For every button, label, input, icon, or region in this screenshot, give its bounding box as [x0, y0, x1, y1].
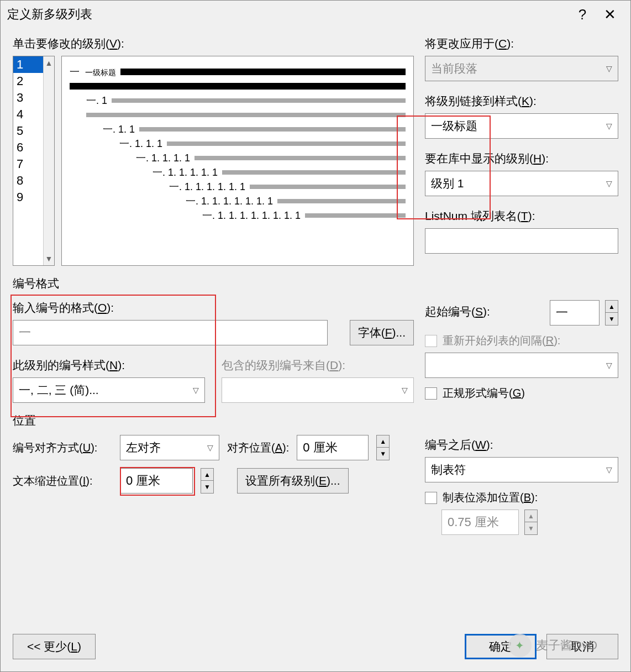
- level-item-4[interactable]: 4: [13, 106, 43, 123]
- restart-combo: ▽: [425, 353, 618, 378]
- position-section-label: 位置: [13, 413, 618, 428]
- spin-up-icon[interactable]: ▲: [606, 301, 618, 313]
- text-indent-input[interactable]: 0 厘米: [120, 468, 193, 494]
- level-scrollbar[interactable]: ▲ ▼: [43, 56, 54, 265]
- restart-checkbox: [425, 335, 437, 347]
- set-all-levels-button[interactable]: 设置所有级别(E)...: [237, 468, 349, 494]
- preview-line: 一. 1. 1: [103, 123, 135, 136]
- level-item-3[interactable]: 3: [13, 90, 43, 106]
- less-button[interactable]: << 更少(L): [13, 634, 96, 659]
- alignment-label: 编号对齐方式(U):: [13, 440, 112, 455]
- start-at-spinner[interactable]: ▲▼: [605, 300, 618, 326]
- spin-up-icon: ▲: [525, 510, 537, 522]
- include-from-label: 包含的级别编号来自(D):: [222, 358, 414, 373]
- chevron-down-icon: ▽: [193, 386, 199, 395]
- chevron-down-icon: ▽: [606, 179, 612, 188]
- preview-l1-style: 一级标题: [85, 68, 116, 77]
- listnum-input[interactable]: [425, 228, 618, 254]
- restart-label: 重新开始列表的间隔(R):: [443, 333, 560, 348]
- tabstop-input: 0.75 厘米: [441, 510, 519, 535]
- link-style-label: 将级别链接到样式(K):: [425, 93, 618, 109]
- chevron-down-icon: ▽: [606, 465, 612, 474]
- preview-line: 一. 1. 1. 1. 1. 1: [153, 166, 218, 179]
- start-at-input[interactable]: 一: [550, 300, 600, 326]
- preview-pane: 一 一级标题 一. 1 一. 1. 1 一. 1. 1. 1 一. 1. 1. …: [61, 56, 414, 266]
- start-at-label: 起始编号(S):: [425, 304, 544, 319]
- text-indent-label: 文本缩进位置(I):: [13, 474, 112, 489]
- level-item-8[interactable]: 8: [13, 172, 43, 189]
- number-style-label: 此级别的编号样式(N):: [13, 358, 205, 373]
- spin-down-icon[interactable]: ▼: [606, 313, 618, 325]
- format-input[interactable]: 一: [13, 320, 328, 345]
- include-from-combo: ▽: [222, 377, 414, 403]
- text-indent-spinner[interactable]: ▲▼: [201, 468, 214, 494]
- legal-label: 正规形式编号(G): [443, 386, 525, 401]
- aligned-at-input[interactable]: 0 厘米: [297, 435, 369, 460]
- legal-checkbox[interactable]: [425, 387, 437, 400]
- apply-to-label: 将更改应用于(C):: [425, 36, 618, 51]
- level-item-7[interactable]: 7: [13, 156, 43, 172]
- preview-line: 一. 1: [86, 94, 107, 107]
- aligned-at-label: 对齐位置(A):: [227, 440, 289, 455]
- watermark-icon: ✦: [508, 634, 532, 657]
- show-gallery-label: 要在库中显示的级别(H):: [425, 151, 618, 166]
- listnum-label: ListNum 域列表名(T):: [425, 208, 618, 224]
- chevron-down-icon: ▽: [402, 386, 408, 395]
- spin-up-icon[interactable]: ▲: [201, 469, 213, 481]
- titlebar: 定义新多级列表 ? ✕: [1, 1, 630, 28]
- link-style-combo[interactable]: 一级标题▽: [425, 113, 618, 139]
- chevron-down-icon: ▽: [606, 64, 612, 73]
- show-gallery-combo[interactable]: 级别 1▽: [425, 171, 618, 196]
- apply-to-combo[interactable]: 当前段落▽: [425, 56, 618, 81]
- preview-line: 一. 1. 1. 1. 1. 1. 1: [169, 180, 245, 193]
- level-item-1[interactable]: 1: [13, 56, 43, 73]
- spin-down-icon: ▼: [525, 522, 537, 534]
- help-button[interactable]: ?: [569, 6, 596, 23]
- aligned-at-spinner[interactable]: ▲▼: [376, 435, 390, 460]
- spin-down-icon[interactable]: ▼: [201, 481, 213, 493]
- tabstop-spinner: ▲▼: [524, 510, 538, 535]
- close-button[interactable]: ✕: [596, 6, 624, 23]
- spin-down-icon[interactable]: ▼: [377, 448, 389, 460]
- number-style-combo[interactable]: 一, 二, 三 (简)...▽: [13, 377, 205, 403]
- level-item-6[interactable]: 6: [13, 139, 43, 156]
- scroll-down-icon: ▼: [45, 254, 53, 263]
- tabstop-checkbox[interactable]: [425, 492, 437, 504]
- click-level-label: 单击要修改的级别(V):: [13, 36, 414, 51]
- font-button[interactable]: 字体(F)...: [350, 320, 414, 345]
- level-listbox[interactable]: 1 2 3 4 5 6 7 8 9 ▲ ▼: [13, 56, 55, 266]
- number-format-section-label: 编号格式: [13, 276, 618, 291]
- enter-format-label: 输入编号的格式(O):: [13, 300, 414, 316]
- preview-line: 一. 1. 1. 1: [119, 137, 162, 150]
- level-item-2[interactable]: 2: [13, 73, 43, 90]
- preview-line: 一. 1. 1. 1. 1. 1. 1. 1: [186, 195, 273, 208]
- tabstop-label: 制表位添加位置(B):: [443, 490, 538, 505]
- alignment-combo[interactable]: 左对齐▽: [120, 435, 219, 460]
- watermark-text: 麦子酱OvO: [536, 637, 597, 654]
- chevron-down-icon: ▽: [207, 443, 213, 452]
- watermark: ✦ 麦子酱OvO: [508, 634, 597, 657]
- level-item-9[interactable]: 9: [13, 189, 43, 206]
- chevron-down-icon: ▽: [606, 361, 612, 370]
- follow-number-label: 编号之后(W):: [425, 437, 618, 453]
- chevron-down-icon: ▽: [606, 122, 612, 130]
- preview-l1-num: 一: [70, 66, 80, 77]
- spin-up-icon[interactable]: ▲: [377, 435, 389, 448]
- preview-line: 一. 1. 1. 1. 1: [136, 151, 190, 165]
- scroll-up-icon: ▲: [45, 59, 53, 67]
- dialog-define-multilevel-list: 定义新多级列表 ? ✕ 单击要修改的级别(V): 1 2 3 4 5: [0, 0, 631, 672]
- preview-line: 一. 1. 1. 1. 1. 1. 1. 1. 1: [202, 209, 301, 222]
- level-item-5[interactable]: 5: [13, 123, 43, 139]
- dialog-title: 定义新多级列表: [7, 6, 569, 23]
- follow-number-combo[interactable]: 制表符▽: [425, 457, 618, 482]
